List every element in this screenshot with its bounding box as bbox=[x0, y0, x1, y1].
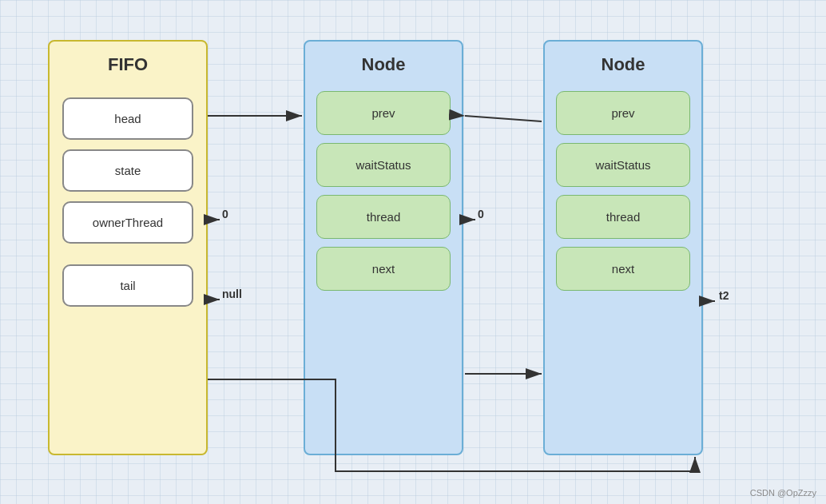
node2-prev-to-node1-arrow bbox=[465, 116, 542, 121]
diagram-container: FIFO head state ownerThread tail Node pr… bbox=[48, 24, 767, 479]
node1-field-prev: prev bbox=[316, 91, 451, 135]
watermark: CSDN @OpZzzy bbox=[750, 488, 816, 498]
fifo-field-tail: tail bbox=[62, 264, 193, 307]
node1-field-waitstatus: waitStatus bbox=[316, 143, 451, 187]
node2-field-prev: prev bbox=[556, 91, 690, 135]
thread-label: t2 bbox=[719, 289, 729, 302]
node2-field-next: next bbox=[556, 247, 690, 291]
node2-field-thread: thread bbox=[556, 195, 690, 239]
node2-field-waitstatus: waitStatus bbox=[556, 143, 690, 187]
fifo-field-state: state bbox=[62, 149, 193, 192]
fifo-title: FIFO bbox=[50, 42, 206, 83]
waitstatus-label: 0 bbox=[478, 208, 484, 220]
fifo-field-ownerthread: ownerThread bbox=[62, 201, 193, 244]
ownerthread-label: null bbox=[222, 288, 242, 300]
fifo-field-head: head bbox=[62, 97, 193, 140]
node1-field-next: next bbox=[316, 247, 451, 291]
node2-box: Node prev waitStatus thread next bbox=[543, 40, 703, 455]
node1-title: Node bbox=[305, 42, 462, 83]
state-label: 0 bbox=[222, 208, 228, 220]
fifo-box: FIFO head state ownerThread tail bbox=[48, 40, 208, 455]
node2-title: Node bbox=[545, 42, 701, 83]
node1-field-thread: thread bbox=[316, 195, 451, 239]
node1-box: Node prev waitStatus thread next bbox=[304, 40, 463, 455]
